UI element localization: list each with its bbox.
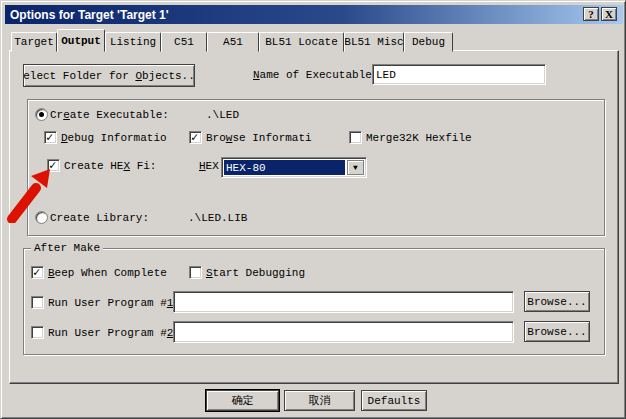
dialog-title: Options for Target 'Target 1' — [10, 8, 169, 22]
create-library-radio[interactable] — [35, 211, 48, 224]
defaults-button[interactable]: Defaults — [361, 390, 427, 411]
debug-information-checkbox[interactable] — [44, 131, 57, 144]
tab-debug[interactable]: Debug — [404, 32, 453, 52]
options-for-target-dialog: Options for Target 'Target 1' ? X Target… — [0, 0, 626, 419]
close-icon: X — [605, 9, 613, 20]
hex-format-combobox[interactable]: HEX-80 ▼ — [221, 157, 367, 178]
create-executable-radio[interactable] — [35, 108, 48, 121]
beep-when-complete-checkbox[interactable] — [31, 266, 44, 279]
tab-a51[interactable]: A51 — [207, 32, 259, 52]
ok-button[interactable]: 确定 — [206, 390, 279, 411]
chevron-down-icon[interactable]: ▼ — [347, 160, 364, 175]
browse-1-button[interactable]: Browse... — [524, 291, 590, 312]
select-folder-button[interactable]: elect Folder for Objects.. — [23, 64, 195, 87]
browse-2-button[interactable]: Browse... — [524, 321, 590, 342]
tab-bl51-locate[interactable]: BL51 Locate — [259, 32, 344, 52]
tab-output[interactable]: Output — [57, 29, 105, 52]
tab-listing[interactable]: Listing — [105, 32, 161, 52]
start-debugging-checkbox[interactable] — [189, 266, 202, 279]
tab-bl51-misc[interactable]: BL51 Misc — [344, 32, 404, 52]
help-button[interactable]: ? — [583, 7, 599, 21]
cancel-button[interactable]: 取消 — [284, 390, 355, 411]
hex-format-selected-value: HEX-80 — [224, 160, 345, 175]
browse-information-checkbox[interactable] — [189, 131, 202, 144]
create-hex-checkbox[interactable] — [47, 159, 60, 172]
after-make-group-title: After Make — [31, 242, 103, 255]
run-user-program-1-input[interactable] — [173, 291, 514, 313]
tab-c51[interactable]: C51 — [161, 32, 207, 52]
close-button[interactable]: X — [601, 7, 617, 21]
name-of-executable-input[interactable] — [372, 64, 546, 85]
help-icon: ? — [588, 9, 594, 20]
tab-target[interactable]: Target — [11, 32, 57, 52]
run-user-program-2-input[interactable] — [173, 321, 514, 343]
merge32k-hexfile-checkbox[interactable] — [349, 131, 362, 144]
tab-strip: Target Output Listing C51 A51 BL51 Locat… — [11, 29, 453, 52]
title-bar: Options for Target 'Target 1' — [5, 5, 623, 24]
run-user-program-2-checkbox[interactable] — [31, 326, 44, 339]
run-user-program-1-checkbox[interactable] — [31, 296, 44, 309]
